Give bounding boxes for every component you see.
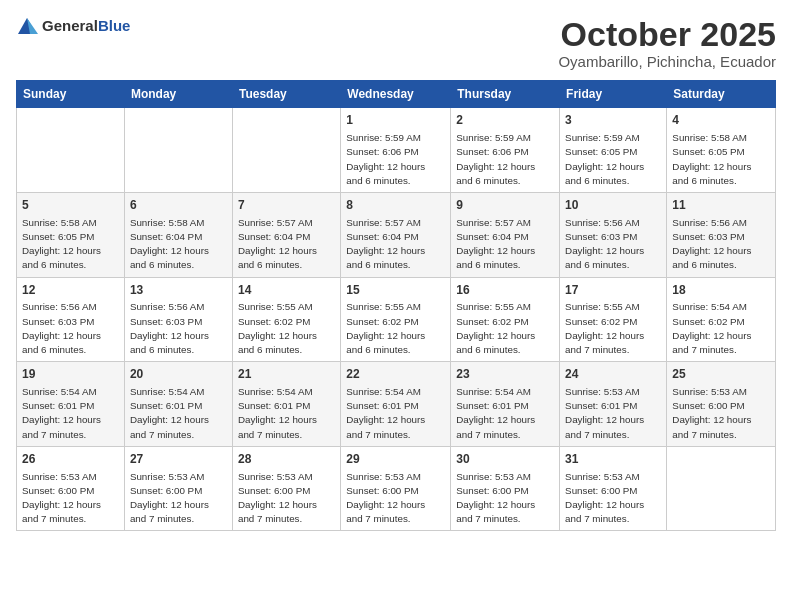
day-number: 22 [346,366,445,383]
calendar-cell: 11Sunrise: 5:56 AM Sunset: 6:03 PM Dayli… [667,193,776,278]
calendar-cell: 18Sunrise: 5:54 AM Sunset: 6:02 PM Dayli… [667,277,776,362]
day-info: Sunrise: 5:53 AM Sunset: 6:00 PM Dayligh… [672,385,770,442]
calendar-cell: 28Sunrise: 5:53 AM Sunset: 6:00 PM Dayli… [232,446,340,531]
calendar-subtitle: Oyambarillo, Pichincha, Ecuador [558,53,776,70]
calendar-cell [124,108,232,193]
day-info: Sunrise: 5:59 AM Sunset: 6:06 PM Dayligh… [346,131,445,188]
calendar-cell: 16Sunrise: 5:55 AM Sunset: 6:02 PM Dayli… [451,277,560,362]
calendar-cell: 21Sunrise: 5:54 AM Sunset: 6:01 PM Dayli… [232,362,340,447]
day-info: Sunrise: 5:57 AM Sunset: 6:04 PM Dayligh… [238,216,335,273]
calendar-cell [232,108,340,193]
calendar-cell: 22Sunrise: 5:54 AM Sunset: 6:01 PM Dayli… [341,362,451,447]
calendar-cell: 12Sunrise: 5:56 AM Sunset: 6:03 PM Dayli… [17,277,125,362]
day-number: 11 [672,197,770,214]
header-monday: Monday [124,81,232,108]
page-header: GeneralBlue October 2025 Oyambarillo, Pi… [16,16,776,70]
day-number: 25 [672,366,770,383]
day-number: 16 [456,282,554,299]
calendar-week-row: 5Sunrise: 5:58 AM Sunset: 6:05 PM Daylig… [17,193,776,278]
day-number: 27 [130,451,227,468]
calendar-week-row: 19Sunrise: 5:54 AM Sunset: 6:01 PM Dayli… [17,362,776,447]
calendar-cell: 1Sunrise: 5:59 AM Sunset: 6:06 PM Daylig… [341,108,451,193]
day-info: Sunrise: 5:54 AM Sunset: 6:01 PM Dayligh… [130,385,227,442]
calendar-cell: 3Sunrise: 5:59 AM Sunset: 6:05 PM Daylig… [560,108,667,193]
day-number: 2 [456,112,554,129]
calendar-cell: 17Sunrise: 5:55 AM Sunset: 6:02 PM Dayli… [560,277,667,362]
day-number: 23 [456,366,554,383]
calendar-title: October 2025 [558,16,776,53]
day-info: Sunrise: 5:56 AM Sunset: 6:03 PM Dayligh… [565,216,661,273]
day-info: Sunrise: 5:58 AM Sunset: 6:05 PM Dayligh… [672,131,770,188]
calendar-cell: 25Sunrise: 5:53 AM Sunset: 6:00 PM Dayli… [667,362,776,447]
calendar-cell: 23Sunrise: 5:54 AM Sunset: 6:01 PM Dayli… [451,362,560,447]
day-number: 30 [456,451,554,468]
calendar-cell [667,446,776,531]
day-info: Sunrise: 5:55 AM Sunset: 6:02 PM Dayligh… [456,300,554,357]
day-info: Sunrise: 5:53 AM Sunset: 6:00 PM Dayligh… [346,470,445,527]
calendar-cell: 29Sunrise: 5:53 AM Sunset: 6:00 PM Dayli… [341,446,451,531]
day-info: Sunrise: 5:58 AM Sunset: 6:04 PM Dayligh… [130,216,227,273]
day-info: Sunrise: 5:55 AM Sunset: 6:02 PM Dayligh… [346,300,445,357]
calendar-cell: 24Sunrise: 5:53 AM Sunset: 6:01 PM Dayli… [560,362,667,447]
day-info: Sunrise: 5:56 AM Sunset: 6:03 PM Dayligh… [130,300,227,357]
calendar-cell: 14Sunrise: 5:55 AM Sunset: 6:02 PM Dayli… [232,277,340,362]
day-number: 10 [565,197,661,214]
day-number: 1 [346,112,445,129]
day-info: Sunrise: 5:55 AM Sunset: 6:02 PM Dayligh… [565,300,661,357]
calendar-week-row: 1Sunrise: 5:59 AM Sunset: 6:06 PM Daylig… [17,108,776,193]
calendar-cell: 26Sunrise: 5:53 AM Sunset: 6:00 PM Dayli… [17,446,125,531]
day-number: 13 [130,282,227,299]
calendar-cell: 13Sunrise: 5:56 AM Sunset: 6:03 PM Dayli… [124,277,232,362]
calendar-cell: 10Sunrise: 5:56 AM Sunset: 6:03 PM Dayli… [560,193,667,278]
day-number: 3 [565,112,661,129]
day-info: Sunrise: 5:54 AM Sunset: 6:01 PM Dayligh… [22,385,119,442]
day-info: Sunrise: 5:53 AM Sunset: 6:00 PM Dayligh… [130,470,227,527]
day-info: Sunrise: 5:54 AM Sunset: 6:01 PM Dayligh… [346,385,445,442]
day-number: 9 [456,197,554,214]
calendar-table: SundayMondayTuesdayWednesdayThursdayFrid… [16,80,776,531]
header-wednesday: Wednesday [341,81,451,108]
day-number: 7 [238,197,335,214]
calendar-header-row: SundayMondayTuesdayWednesdayThursdayFrid… [17,81,776,108]
logo-blue: Blue [98,17,131,34]
calendar-cell: 20Sunrise: 5:54 AM Sunset: 6:01 PM Dayli… [124,362,232,447]
header-tuesday: Tuesday [232,81,340,108]
day-info: Sunrise: 5:57 AM Sunset: 6:04 PM Dayligh… [456,216,554,273]
header-sunday: Sunday [17,81,125,108]
day-number: 8 [346,197,445,214]
logo-general: General [42,17,98,34]
title-block: October 2025 Oyambarillo, Pichincha, Ecu… [558,16,776,70]
day-info: Sunrise: 5:56 AM Sunset: 6:03 PM Dayligh… [22,300,119,357]
calendar-week-row: 26Sunrise: 5:53 AM Sunset: 6:00 PM Dayli… [17,446,776,531]
calendar-cell: 15Sunrise: 5:55 AM Sunset: 6:02 PM Dayli… [341,277,451,362]
calendar-cell: 7Sunrise: 5:57 AM Sunset: 6:04 PM Daylig… [232,193,340,278]
header-thursday: Thursday [451,81,560,108]
day-info: Sunrise: 5:54 AM Sunset: 6:01 PM Dayligh… [456,385,554,442]
day-info: Sunrise: 5:53 AM Sunset: 6:00 PM Dayligh… [22,470,119,527]
day-number: 6 [130,197,227,214]
day-info: Sunrise: 5:53 AM Sunset: 6:00 PM Dayligh… [238,470,335,527]
day-number: 17 [565,282,661,299]
day-info: Sunrise: 5:53 AM Sunset: 6:00 PM Dayligh… [456,470,554,527]
day-number: 31 [565,451,661,468]
calendar-cell: 31Sunrise: 5:53 AM Sunset: 6:00 PM Dayli… [560,446,667,531]
calendar-cell: 4Sunrise: 5:58 AM Sunset: 6:05 PM Daylig… [667,108,776,193]
calendar-cell: 30Sunrise: 5:53 AM Sunset: 6:00 PM Dayli… [451,446,560,531]
day-number: 29 [346,451,445,468]
day-info: Sunrise: 5:54 AM Sunset: 6:02 PM Dayligh… [672,300,770,357]
day-number: 19 [22,366,119,383]
calendar-cell: 9Sunrise: 5:57 AM Sunset: 6:04 PM Daylig… [451,193,560,278]
day-info: Sunrise: 5:59 AM Sunset: 6:06 PM Dayligh… [456,131,554,188]
day-info: Sunrise: 5:56 AM Sunset: 6:03 PM Dayligh… [672,216,770,273]
calendar-cell [17,108,125,193]
day-info: Sunrise: 5:53 AM Sunset: 6:00 PM Dayligh… [565,470,661,527]
calendar-cell: 2Sunrise: 5:59 AM Sunset: 6:06 PM Daylig… [451,108,560,193]
calendar-cell: 6Sunrise: 5:58 AM Sunset: 6:04 PM Daylig… [124,193,232,278]
logo: GeneralBlue [16,16,130,36]
day-number: 12 [22,282,119,299]
day-number: 4 [672,112,770,129]
day-number: 5 [22,197,119,214]
day-number: 20 [130,366,227,383]
day-info: Sunrise: 5:57 AM Sunset: 6:04 PM Dayligh… [346,216,445,273]
logo-icon [16,16,38,36]
